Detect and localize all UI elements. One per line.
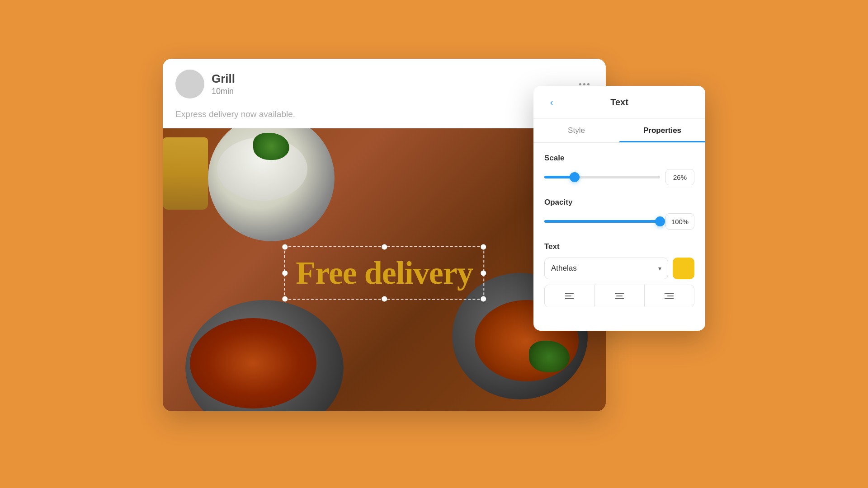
handle-bottom-left[interactable] <box>282 296 288 302</box>
panel-title: Text <box>564 97 675 108</box>
align-left-button[interactable] <box>545 285 594 307</box>
align-line-6 <box>615 298 624 299</box>
align-right-icon <box>665 293 674 299</box>
avatar <box>175 70 204 99</box>
selection-box: Free delivery <box>284 246 484 300</box>
drink-glass <box>163 137 208 210</box>
align-line-1 <box>565 293 574 294</box>
dot-1 <box>579 83 581 85</box>
tab-style[interactable]: Style <box>533 119 619 142</box>
align-line-5 <box>616 296 623 297</box>
handle-middle-right[interactable] <box>481 270 486 276</box>
properties-panel: ‹ Text Style Properties Scale 26% <box>533 86 705 331</box>
scale-value[interactable]: 26% <box>665 169 694 185</box>
align-line-2 <box>565 296 571 297</box>
handle-bottom-center[interactable] <box>382 296 387 302</box>
scale-label: Scale <box>544 154 694 163</box>
delivery-time: 10min <box>212 87 568 96</box>
scale-slider[interactable] <box>544 176 660 178</box>
scale-slider-row: 26% <box>544 169 694 185</box>
color-swatch[interactable] <box>673 258 694 279</box>
panel-tabs: Style Properties <box>533 119 705 143</box>
back-button[interactable]: ‹ <box>544 95 559 109</box>
text-section: Text Athelas ▾ <box>544 242 694 307</box>
curry-sauce-1 <box>190 318 316 408</box>
align-center-button[interactable] <box>594 285 644 307</box>
tab-properties[interactable]: Properties <box>619 119 705 142</box>
opacity-slider-fill <box>544 220 660 223</box>
overlay-text[interactable]: Free delivery <box>296 254 472 292</box>
handle-top-left[interactable] <box>282 244 288 250</box>
font-selector[interactable]: Athelas ▾ <box>544 258 668 279</box>
align-line-4 <box>615 293 624 294</box>
align-line-3 <box>565 298 574 299</box>
align-right-button[interactable] <box>645 285 694 307</box>
text-section-label: Text <box>544 242 694 251</box>
align-line-8 <box>667 296 674 297</box>
restaurant-name: Grill <box>212 72 568 86</box>
opacity-slider[interactable] <box>544 220 660 223</box>
align-center-icon <box>615 293 624 299</box>
align-left-icon <box>565 293 574 299</box>
handle-top-center[interactable] <box>382 244 387 250</box>
scene: Grill 10min Express delivery now availab… <box>163 59 705 429</box>
dot-3 <box>587 83 590 85</box>
opacity-slider-row: 100% <box>544 213 694 230</box>
scale-slider-thumb[interactable] <box>570 172 580 182</box>
panel-header: ‹ Text <box>533 86 705 119</box>
font-name: Athelas <box>551 264 577 273</box>
opacity-slider-thumb[interactable] <box>655 216 665 226</box>
handle-middle-left[interactable] <box>282 270 288 276</box>
align-line-9 <box>665 298 674 299</box>
text-overlay[interactable]: Free delivery <box>284 246 484 300</box>
align-line-7 <box>665 293 674 294</box>
panel-body: Scale 26% Opacity 100% <box>533 143 705 331</box>
chevron-down-icon: ▾ <box>658 265 661 272</box>
font-row: Athelas ▾ <box>544 258 694 279</box>
opacity-section: Opacity 100% <box>544 198 694 230</box>
alignment-row <box>544 285 694 307</box>
opacity-value[interactable]: 100% <box>665 213 694 230</box>
header-info: Grill 10min <box>212 72 568 96</box>
opacity-label: Opacity <box>544 198 694 207</box>
dot-2 <box>583 83 585 85</box>
scale-section: Scale 26% <box>544 154 694 185</box>
